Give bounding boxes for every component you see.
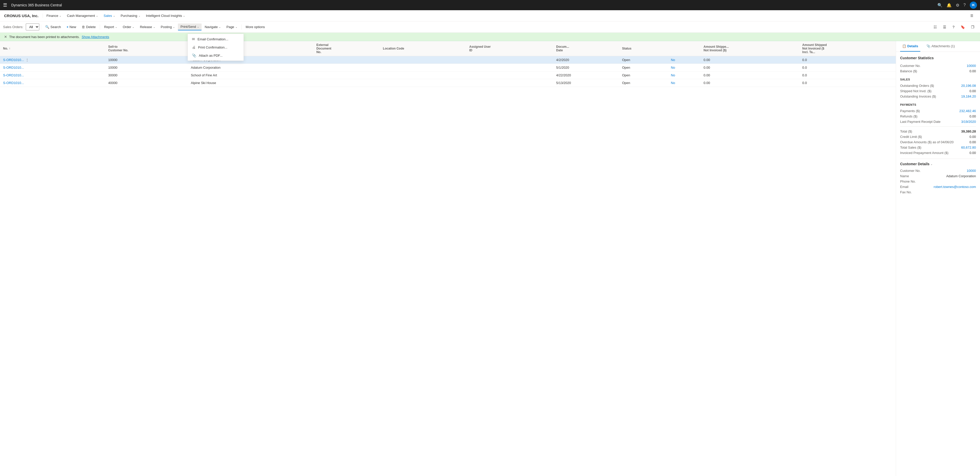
report-button[interactable]: Report ⌄: [102, 24, 120, 30]
bookmark-button[interactable]: 🔖: [958, 24, 967, 30]
on-hold-link[interactable]: No: [671, 58, 675, 62]
payments-label: Payments ($): [900, 109, 920, 113]
total-sales-row: Total Sales ($) 60,672.80: [900, 145, 976, 150]
outstanding-orders-value[interactable]: 20,196.08: [961, 84, 976, 88]
info-button[interactable]: ?: [950, 24, 957, 30]
nav-item-cash-management[interactable]: Cash Management ⌄: [64, 12, 100, 19]
page-button[interactable]: Page ⌄: [224, 24, 240, 30]
customer-details-title: Customer Details: [900, 162, 929, 166]
col-sell-to-customer-no[interactable]: Sell-toCustomer No.: [105, 41, 188, 56]
credit-limit-label: Credit Limit ($): [900, 135, 922, 139]
release-button[interactable]: Release ⌄: [137, 24, 158, 30]
printsend-btn-label: Print/Send: [180, 25, 196, 29]
posting-btn-label: Posting: [161, 25, 172, 29]
search-button[interactable]: 🔍 Search: [43, 24, 63, 30]
last-payment-value[interactable]: 3/19/2020: [961, 120, 976, 124]
release-chevron: ⌄: [153, 26, 155, 28]
total-sales-value[interactable]: 60,672.80: [961, 145, 976, 149]
outstanding-orders-label: Outstanding Orders ($): [900, 84, 934, 88]
email-icon: ✉: [192, 37, 195, 41]
nav-item-purchasing[interactable]: Purchasing ⌄: [118, 12, 143, 19]
col-no[interactable]: No. ↑: [0, 41, 105, 56]
report-chevron: ⌄: [115, 26, 117, 28]
nav-brand[interactable]: CRONUS USA, Inc.: [4, 14, 43, 18]
credit-limit-value: 0.00: [969, 135, 976, 139]
nav-chevron-finance: ⌄: [59, 14, 61, 17]
col-location-code[interactable]: Location Code: [380, 41, 466, 56]
more-options-button[interactable]: More options: [243, 24, 267, 30]
table-row[interactable]: S-ORD1010...⋮10000Adatum Corporation4/2/…: [0, 56, 896, 64]
on-hold-link[interactable]: No: [671, 65, 675, 69]
cell-external-document-no: [313, 56, 380, 64]
cell-status: Open: [619, 72, 668, 79]
hamburger-icon[interactable]: ☰: [3, 2, 7, 8]
on-hold-link[interactable]: No: [671, 81, 675, 85]
settings-icon[interactable]: ⚙: [956, 3, 959, 8]
col-amount-shipped-incl-tax[interactable]: Amount ShippedNot Invoiced ($Incl. Ta...: [799, 41, 896, 56]
table-row[interactable]: S-ORD1010...30000School of Fine Art4/22/…: [0, 72, 896, 79]
row-actions[interactable]: ⋮: [24, 58, 30, 62]
tab-attachments[interactable]: 📎 Attachments (1): [924, 41, 957, 51]
table-row[interactable]: S-ORD1010...40000Alpine Ski House5/13/20…: [0, 79, 896, 87]
detail-customer-no-label: Customer No.: [900, 169, 921, 173]
search-icon[interactable]: 🔍: [937, 3, 942, 8]
on-hold-link[interactable]: No: [671, 73, 675, 77]
filter-select[interactable]: All: [26, 24, 39, 30]
details-tab-icon: 📋: [902, 44, 906, 48]
printsend-button[interactable]: Print/Send ⌄: [178, 24, 202, 30]
table-row[interactable]: S-ORD1010...10000Adatum Corporation5/1/2…: [0, 64, 896, 72]
col-status[interactable]: Status: [619, 41, 668, 56]
col-on-hold[interactable]: [668, 41, 700, 56]
expand-button[interactable]: ❐: [969, 24, 977, 30]
report-btn-label: Report: [104, 25, 114, 29]
list-view-button[interactable]: ☰: [940, 24, 949, 30]
outstanding-invoices-value[interactable]: 19,184.20: [961, 94, 976, 98]
order-no-link[interactable]: S-ORD1010...: [3, 58, 24, 62]
cell-no: S-ORD1010...⋮: [0, 56, 105, 64]
nav-item-finance[interactable]: Finance ⌄: [44, 12, 64, 19]
tab-details[interactable]: 📋 Details: [900, 41, 920, 51]
col-document-date[interactable]: Docum...Date: [553, 41, 619, 56]
bell-icon[interactable]: 🔔: [947, 3, 952, 8]
shipped-not-invd-label: Shipped Not Invd. ($): [900, 89, 932, 93]
detail-email-value[interactable]: robert.townes@contoso.com: [934, 185, 976, 189]
panel-tabs: 📋 Details 📎 Attachments (1): [896, 41, 980, 52]
attach-as-pdf-item[interactable]: 📎 Attach as PDF...: [188, 51, 243, 59]
help-icon[interactable]: ?: [963, 3, 966, 7]
navigate-button[interactable]: Navigate ⌄: [202, 24, 223, 30]
order-no-link[interactable]: S-ORD1010...: [3, 65, 24, 69]
attachments-tab-icon: 📎: [926, 44, 931, 48]
cell-sell-to-customer-no: 10000: [105, 56, 188, 64]
print-confirmation-item[interactable]: 🖨 Print Confirmation...: [188, 43, 243, 51]
show-attachments-link[interactable]: Show Attachments: [82, 35, 109, 39]
payments-value[interactable]: 232,482.46: [959, 109, 976, 113]
customer-details-header[interactable]: Customer Details ⌄: [900, 162, 976, 166]
nav-more-button[interactable]: ☰: [968, 13, 976, 19]
filter-icon-button[interactable]: ☷: [931, 24, 939, 30]
order-button[interactable]: Order ⌄: [120, 24, 137, 30]
col-external-document-no[interactable]: ExternalDocumentNo.: [313, 41, 380, 56]
delete-button[interactable]: 🗑 Delete: [79, 24, 98, 30]
cell-amount-shipped-incl-tax: 0.0: [799, 56, 896, 64]
email-confirmation-item[interactable]: ✉ Email Confirmation...: [188, 35, 243, 43]
col-assigned-user-id[interactable]: Assigned UserID: [466, 41, 553, 56]
delete-btn-label: Delete: [86, 25, 96, 29]
customer-no-value[interactable]: 10000: [967, 64, 976, 68]
order-no-link[interactable]: S-ORD1010...: [3, 73, 24, 77]
attachments-tab-label: Attachments (1): [932, 44, 955, 48]
col-amount-shipped[interactable]: Amount Shippe...Not Invoiced ($): [700, 41, 799, 56]
posting-button[interactable]: Posting ⌄: [158, 24, 177, 30]
order-btn-label: Order: [123, 25, 131, 29]
cell-sell-to-customer-no: 40000: [105, 79, 188, 87]
avatar[interactable]: IK: [970, 2, 977, 9]
nav-item-sales[interactable]: Sales ⌄: [101, 12, 118, 19]
total-row: Total ($) 39,380.28: [900, 129, 976, 134]
order-no-link[interactable]: S-ORD1010...: [3, 81, 24, 85]
cell-sell-to-customer-no: 10000: [105, 64, 188, 72]
cell-external-document-no: [313, 64, 380, 72]
new-button[interactable]: + New: [64, 24, 79, 30]
nav-item-cloud-insights[interactable]: Intelligent Cloud Insights ⌄: [143, 12, 188, 19]
detail-customer-no-value[interactable]: 10000: [967, 169, 976, 173]
notification-close[interactable]: ✕: [4, 35, 7, 39]
top-bar-icons: 🔍 🔔 ⚙ ? IK: [937, 2, 977, 9]
